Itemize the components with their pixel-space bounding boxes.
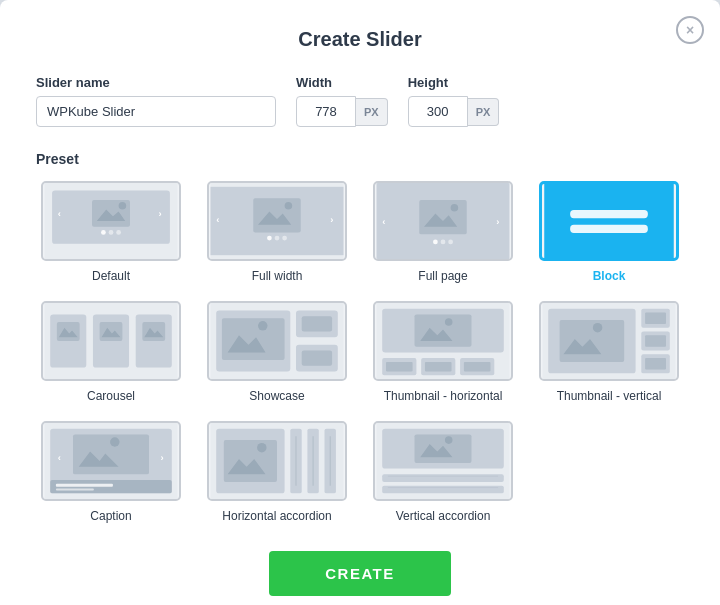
preset-thumb-showcase <box>207 301 347 381</box>
width-label: Width <box>296 75 388 90</box>
width-input-group: PX <box>296 96 388 127</box>
svg-point-27 <box>441 240 446 245</box>
create-slider-modal: × Create Slider Slider name Width PX Hei… <box>0 0 720 605</box>
create-button-row: CREATE <box>36 551 684 596</box>
preset-grid: ‹ › Default ‹ › <box>36 181 684 523</box>
preset-item-carousel[interactable]: Carousel <box>36 301 186 403</box>
form-row: Slider name Width PX Height PX <box>36 75 684 127</box>
svg-point-9 <box>116 230 121 235</box>
height-label: Height <box>408 75 500 90</box>
svg-rect-49 <box>302 316 332 331</box>
svg-rect-36 <box>57 322 80 341</box>
preset-item-block[interactable]: Block <box>534 181 684 283</box>
svg-point-55 <box>445 318 453 326</box>
preset-name-default: Default <box>92 269 130 283</box>
svg-rect-70 <box>645 313 666 324</box>
svg-rect-100 <box>382 486 504 494</box>
svg-rect-44 <box>222 318 285 360</box>
preset-thumb-thumbnail-horizontal <box>373 301 513 381</box>
svg-rect-29 <box>544 184 674 258</box>
preset-item-thumbnail-vertical[interactable]: Thumbnail - vertical <box>534 301 684 403</box>
preset-item-showcase[interactable]: Showcase <box>202 301 352 403</box>
height-group: Height PX <box>408 75 500 127</box>
preset-item-thumbnail-horizontal[interactable]: Thumbnail - horizontal <box>368 301 518 403</box>
svg-text:‹: ‹ <box>58 452 61 463</box>
preset-thumb-horizontal-accordion <box>207 421 347 501</box>
svg-rect-71 <box>645 335 666 346</box>
svg-point-7 <box>101 230 106 235</box>
preset-thumb-default: ‹ › <box>41 181 181 261</box>
preset-name-carousel: Carousel <box>87 389 135 403</box>
svg-rect-38 <box>100 322 123 341</box>
preset-thumb-full-width: ‹ › <box>207 181 347 261</box>
svg-point-28 <box>448 240 453 245</box>
svg-rect-82 <box>56 489 94 491</box>
preset-section-label: Preset <box>36 151 684 167</box>
svg-rect-72 <box>645 358 666 369</box>
preset-thumb-block <box>539 181 679 261</box>
preset-item-full-page[interactable]: ‹ › Full page <box>368 181 518 283</box>
svg-point-19 <box>282 236 287 241</box>
svg-text:›: › <box>160 452 163 463</box>
svg-text:›: › <box>496 216 499 227</box>
svg-point-4 <box>119 202 127 210</box>
svg-text:‹: ‹ <box>382 216 385 227</box>
svg-rect-85 <box>224 440 277 482</box>
svg-rect-81 <box>56 484 113 487</box>
preset-item-caption[interactable]: ‹ › Caption <box>36 421 186 523</box>
preset-name-horizontal-accordion: Horizontal accordion <box>222 509 331 523</box>
preset-thumb-full-page: ‹ › <box>373 181 513 261</box>
slider-name-input[interactable] <box>36 96 276 127</box>
svg-rect-31 <box>570 225 648 233</box>
svg-point-14 <box>285 202 293 210</box>
svg-rect-60 <box>425 362 452 372</box>
close-button[interactable]: × <box>676 16 704 44</box>
svg-rect-30 <box>570 210 648 218</box>
svg-point-8 <box>109 230 114 235</box>
preset-item-vertical-accordion[interactable]: Vertical accordion <box>368 421 518 523</box>
height-input[interactable] <box>408 96 468 127</box>
svg-rect-21 <box>419 200 467 234</box>
preset-name-showcase: Showcase <box>249 389 304 403</box>
preset-name-thumbnail-horizontal: Thumbnail - horizontal <box>384 389 503 403</box>
svg-rect-64 <box>560 320 625 362</box>
svg-rect-61 <box>464 362 491 372</box>
svg-rect-99 <box>382 474 504 482</box>
preset-name-full-width: Full width <box>252 269 303 283</box>
preset-thumb-thumbnail-vertical <box>539 301 679 381</box>
slider-name-label: Slider name <box>36 75 276 90</box>
preset-name-thumbnail-vertical: Thumbnail - vertical <box>557 389 662 403</box>
preset-item-default[interactable]: ‹ › Default <box>36 181 186 283</box>
svg-rect-59 <box>386 362 413 372</box>
svg-text:‹: ‹ <box>58 208 61 219</box>
height-input-group: PX <box>408 96 500 127</box>
width-unit: PX <box>356 98 388 126</box>
svg-point-23 <box>451 204 459 212</box>
preset-name-vertical-accordion: Vertical accordion <box>396 509 491 523</box>
svg-point-66 <box>593 323 603 333</box>
svg-point-77 <box>110 437 120 447</box>
svg-text:‹: ‹ <box>216 214 219 225</box>
svg-point-17 <box>267 236 272 241</box>
preset-item-horizontal-accordion[interactable]: Horizontal accordion <box>202 421 352 523</box>
preset-item-full-width[interactable]: ‹ › Full width <box>202 181 352 283</box>
preset-thumb-caption: ‹ › <box>41 421 181 501</box>
width-group: Width PX <box>296 75 388 127</box>
svg-point-18 <box>275 236 280 241</box>
svg-point-87 <box>257 443 267 453</box>
width-input[interactable] <box>296 96 356 127</box>
svg-rect-40 <box>142 322 165 341</box>
svg-point-98 <box>445 436 453 444</box>
svg-text:›: › <box>159 208 162 219</box>
preset-name-full-page: Full page <box>418 269 467 283</box>
preset-name-block: Block <box>593 269 626 283</box>
create-button[interactable]: CREATE <box>269 551 451 596</box>
svg-point-46 <box>258 321 268 331</box>
svg-text:›: › <box>330 214 333 225</box>
svg-point-26 <box>433 240 438 245</box>
slider-name-group: Slider name <box>36 75 276 127</box>
svg-rect-12 <box>253 198 301 232</box>
preset-thumb-vertical-accordion <box>373 421 513 501</box>
svg-rect-50 <box>302 351 332 366</box>
preset-thumb-carousel <box>41 301 181 381</box>
